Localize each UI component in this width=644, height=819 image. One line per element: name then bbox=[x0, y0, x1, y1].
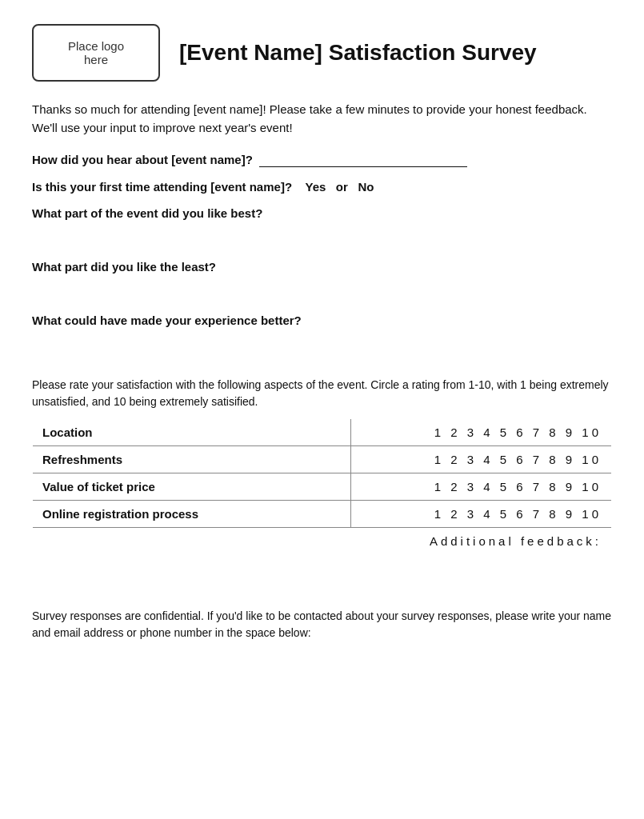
question-4: What part did you like the least? bbox=[32, 260, 612, 274]
q2-or: or bbox=[336, 180, 348, 194]
row-ratings-location: 1 2 3 4 5 6 7 8 9 10 bbox=[351, 419, 612, 446]
question-1: How did you hear about [event name]? bbox=[32, 153, 612, 167]
footer-text: Survey responses are confidential. If yo… bbox=[32, 608, 612, 641]
q3-answer-space bbox=[32, 225, 612, 260]
row-ratings-ticket: 1 2 3 4 5 6 7 8 9 10 bbox=[351, 473, 612, 501]
logo-placeholder: Place logo here bbox=[32, 24, 160, 82]
table-row: Refreshments 1 2 3 4 5 6 7 8 9 10 bbox=[33, 446, 612, 473]
q2-label: Is this your first time attending [event… bbox=[32, 180, 292, 194]
q4-label: What part did you like the least? bbox=[32, 260, 216, 274]
q1-label: How did you hear about [event name]? bbox=[32, 153, 253, 166]
question-5: What could have made your experience bet… bbox=[32, 314, 612, 327]
q5-label: What could have made your experience bet… bbox=[32, 314, 302, 327]
feedback-label: Additional feedback: bbox=[33, 528, 612, 592]
row-label-ticket: Value of ticket price bbox=[33, 473, 351, 501]
q5-answer-space bbox=[32, 332, 612, 377]
q1-answer-line bbox=[259, 153, 467, 167]
table-row: Location 1 2 3 4 5 6 7 8 9 10 bbox=[33, 419, 612, 446]
row-ratings-registration: 1 2 3 4 5 6 7 8 9 10 bbox=[351, 501, 612, 528]
q2-no: No bbox=[358, 180, 374, 194]
row-label-refreshments: Refreshments bbox=[33, 446, 351, 473]
row-label-location: Location bbox=[33, 419, 351, 446]
q4-answer-space bbox=[32, 278, 612, 314]
rating-intro: Please rate your satisfaction with the f… bbox=[32, 377, 612, 410]
question-2: Is this your first time attending [event… bbox=[32, 180, 612, 194]
row-ratings-refreshments: 1 2 3 4 5 6 7 8 9 10 bbox=[351, 446, 612, 473]
question-3: What part of the event did you like best… bbox=[32, 206, 612, 220]
row-label-registration: Online registration process bbox=[33, 501, 351, 528]
feedback-row: Additional feedback: bbox=[33, 528, 612, 592]
logo-text: Place logo here bbox=[68, 39, 124, 66]
rating-table: Location 1 2 3 4 5 6 7 8 9 10 Refreshmen… bbox=[32, 418, 612, 592]
q3-label: What part of the event did you like best… bbox=[32, 206, 262, 220]
header-section: Place logo here [Event Name] Satisfactio… bbox=[32, 24, 612, 82]
q2-yes: Yes bbox=[305, 180, 326, 194]
survey-title: [Event Name] Satisfaction Survey bbox=[179, 40, 537, 66]
intro-paragraph: Thanks so much for attending [event name… bbox=[32, 101, 612, 137]
table-row: Online registration process 1 2 3 4 5 6 … bbox=[33, 501, 612, 528]
table-row: Value of ticket price 1 2 3 4 5 6 7 8 9 … bbox=[33, 473, 612, 501]
